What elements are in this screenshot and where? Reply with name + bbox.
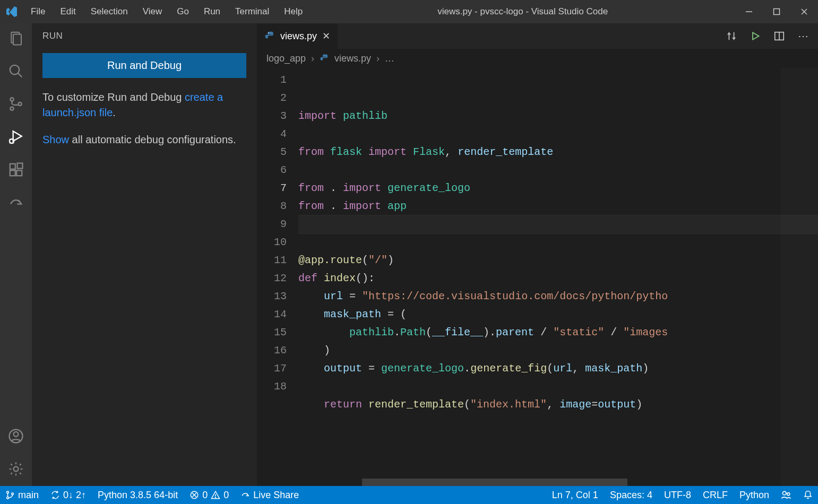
code-line[interactable]: pathlib.Path(__file__).parent / "static"… — [298, 324, 818, 342]
show-link[interactable]: Show — [42, 134, 69, 145]
svg-rect-19 — [16, 170, 22, 176]
svg-point-10 — [18, 102, 21, 106]
code-line[interactable]: from . import app — [298, 197, 818, 215]
run-and-debug-button[interactable]: Run and Debug — [42, 53, 246, 78]
git-branch[interactable]: main — [5, 490, 39, 501]
help-prefix: To customize Run and Debug — [42, 91, 185, 103]
svg-point-6 — [10, 65, 20, 75]
encoding[interactable]: UTF-8 — [664, 490, 691, 501]
chevron-right-icon: › — [376, 53, 380, 64]
svg-point-22 — [14, 432, 19, 437]
code-line[interactable]: from flask import Flask, render_template — [298, 143, 818, 161]
share-icon[interactable] — [6, 193, 25, 212]
cursor-position[interactable]: Ln 7, Col 1 — [552, 490, 598, 501]
code-line[interactable]: def index(): — [298, 270, 818, 288]
split-editor-icon[interactable] — [773, 30, 785, 42]
sync-status[interactable]: 0↓ 2↑ — [50, 490, 86, 501]
minimize-button[interactable] — [735, 0, 763, 23]
extensions-icon[interactable] — [6, 160, 25, 179]
tab-actions: ⋯ — [726, 23, 818, 49]
menu-selection[interactable]: Selection — [83, 6, 135, 17]
svg-marker-25 — [753, 32, 759, 39]
code-line[interactable] — [298, 378, 818, 396]
code-line[interactable] — [298, 161, 818, 179]
svg-line-7 — [18, 73, 22, 77]
close-icon[interactable]: ✕ — [322, 30, 330, 42]
code-line[interactable]: mask_path = ( — [298, 306, 818, 324]
breadcrumbs[interactable]: logo_app › views.py › … — [257, 49, 818, 68]
code-line[interactable] — [298, 233, 818, 251]
source-control-icon[interactable] — [6, 94, 25, 114]
svg-point-29 — [7, 497, 9, 499]
code-content[interactable]: import pathlib from flask import Flask, … — [298, 68, 818, 486]
more-icon[interactable]: ⋯ — [798, 30, 808, 42]
code-line[interactable]: url = "https://code.visualstudio.com/doc… — [298, 288, 818, 306]
code-line[interactable]: from . import generate_logo — [298, 179, 818, 197]
code-line[interactable]: import pathlib — [298, 107, 818, 125]
problems-status[interactable]: 0 0 — [190, 490, 229, 501]
sidebar-help-text: To customize Run and Debug create a laun… — [42, 90, 246, 120]
code-line[interactable]: return render_template("index.html", ima… — [298, 396, 818, 414]
window-title: views.py - pvscc-logo - Visual Studio Co… — [310, 6, 735, 17]
notifications-icon[interactable] — [803, 490, 813, 500]
run-icon[interactable] — [750, 31, 761, 41]
code-line[interactable] — [298, 125, 818, 143]
compare-icon[interactable] — [726, 30, 737, 42]
explorer-icon[interactable] — [6, 29, 25, 48]
svg-point-28 — [7, 491, 9, 493]
code-line[interactable]: output = generate_logo.generate_fig(url,… — [298, 360, 818, 378]
svg-marker-11 — [13, 131, 22, 141]
breadcrumb-folder[interactable]: logo_app — [266, 53, 306, 64]
code-line[interactable] — [298, 215, 818, 233]
warning-count: 0 — [223, 490, 229, 501]
svg-rect-1 — [774, 9, 780, 15]
code-editor[interactable]: 123456789101112131415161718 import pathl… — [257, 68, 818, 486]
menu-view[interactable]: View — [135, 6, 170, 17]
svg-line-14 — [13, 139, 14, 140]
tab-views-py[interactable]: views.py ✕ — [257, 23, 338, 49]
sync-text: 0↓ 2↑ — [63, 490, 86, 501]
window-controls — [735, 0, 818, 23]
indentation[interactable]: Spaces: 4 — [610, 490, 652, 501]
python-interpreter[interactable]: Python 3.8.5 64-bit — [98, 490, 178, 501]
code-line[interactable] — [298, 414, 818, 432]
live-share[interactable]: Live Share — [240, 490, 299, 501]
language-mode[interactable]: Python — [739, 490, 769, 501]
settings-gear-icon[interactable] — [6, 459, 25, 479]
horizontal-scrollbar[interactable] — [362, 479, 627, 486]
python-file-icon — [264, 31, 275, 41]
svg-point-23 — [14, 467, 19, 472]
menu-help[interactable]: Help — [277, 6, 310, 17]
breadcrumb-file[interactable]: views.py — [334, 53, 371, 64]
vscode-logo-icon — [0, 5, 23, 18]
code-line[interactable]: ) — [298, 342, 818, 360]
svg-point-35 — [216, 497, 216, 498]
line-gutter: 123456789101112131415161718 — [257, 68, 298, 486]
feedback-icon[interactable] — [781, 490, 791, 500]
chevron-right-icon: › — [311, 53, 314, 64]
show-suffix: all automatic debug configurations. — [69, 134, 236, 145]
sidebar-show-text: Show all automatic debug configurations. — [42, 132, 246, 147]
maximize-button[interactable] — [763, 0, 790, 23]
menu-file[interactable]: File — [23, 6, 53, 17]
menu-go[interactable]: Go — [169, 6, 196, 17]
svg-line-15 — [10, 143, 10, 143]
eol[interactable]: CRLF — [703, 490, 728, 501]
svg-point-36 — [782, 491, 786, 495]
accounts-icon[interactable] — [6, 427, 25, 446]
menu-run[interactable]: Run — [196, 6, 228, 17]
breadcrumb-tail[interactable]: … — [385, 53, 394, 64]
titlebar: FileEditSelectionViewGoRunTerminalHelp v… — [0, 0, 818, 23]
close-button[interactable] — [790, 0, 818, 23]
code-line[interactable]: @app.route("/") — [298, 251, 818, 270]
svg-point-24 — [268, 32, 269, 33]
menu-edit[interactable]: Edit — [53, 6, 83, 17]
svg-rect-17 — [10, 164, 15, 169]
run-debug-icon[interactable] — [6, 127, 25, 146]
minimap[interactable] — [781, 68, 818, 486]
run-sidebar: RUN Run and Debug To customize Run and D… — [32, 23, 257, 486]
svg-rect-5 — [13, 34, 21, 45]
search-icon[interactable] — [6, 62, 25, 81]
svg-rect-20 — [18, 163, 23, 169]
menu-terminal[interactable]: Terminal — [228, 6, 277, 17]
